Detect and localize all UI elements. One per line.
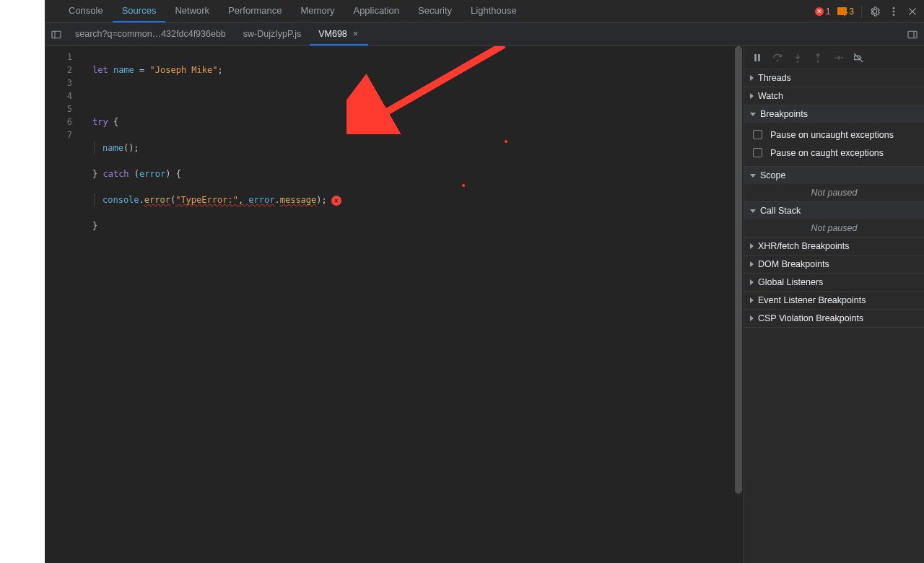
warning-icon: [837, 7, 847, 15]
section-breakpoints[interactable]: Breakpoints: [744, 105, 924, 123]
checkbox-label: Pause on uncaught exceptions: [770, 130, 894, 140]
tab-lighthouse[interactable]: Lighthouse: [461, 0, 526, 22]
svg-point-2: [893, 14, 894, 15]
error-icon: ✕: [815, 7, 824, 16]
section-dom-breakpoints[interactable]: DOM Breakpoints: [744, 256, 924, 273]
section-label: Event Listener Breakpoints: [758, 295, 866, 305]
checkbox-pause-uncaught[interactable]: Pause on uncaught exceptions: [750, 126, 918, 144]
step-over-icon[interactable]: [772, 52, 783, 64]
svg-point-11: [797, 61, 798, 62]
section-csp-violation-breakpoints[interactable]: CSP Violation Breakpoints: [744, 310, 924, 327]
warning-count-badge[interactable]: 3: [837, 6, 854, 17]
section-label: Threads: [758, 73, 791, 83]
section-label: CSP Violation Breakpoints: [758, 313, 863, 323]
section-label: XHR/fetch Breakpoints: [758, 241, 849, 251]
section-call-stack[interactable]: Call Stack: [744, 202, 924, 219]
svg-rect-5: [908, 31, 917, 38]
tab-application[interactable]: Application: [344, 0, 409, 22]
section-scope[interactable]: Scope: [744, 167, 924, 184]
svg-point-13: [841, 57, 842, 58]
pause-icon[interactable]: [751, 52, 763, 64]
chevron-right-icon: [750, 261, 754, 267]
code-editor[interactable]: 1234567 let name = "Joseph Mike"; try { …: [45, 46, 744, 563]
tab-console[interactable]: Console: [59, 0, 113, 22]
section-event-listener-breakpoints[interactable]: Event Listener Breakpoints: [744, 292, 924, 309]
svg-point-0: [893, 7, 894, 9]
tab-sources[interactable]: Sources: [113, 0, 166, 22]
toggle-navigator-icon[interactable]: [51, 29, 62, 40]
svg-rect-8: [755, 54, 757, 61]
callstack-empty-text: Not paused: [744, 219, 924, 237]
file-tab-label: sw-DujzIypP.js: [243, 29, 301, 39]
chevron-right-icon: [750, 93, 754, 99]
toolbar-divider: [861, 5, 862, 18]
tab-performance[interactable]: Performance: [219, 0, 291, 22]
chevron-right-icon: [750, 315, 754, 321]
vertical-scrollbar[interactable]: [733, 46, 744, 563]
svg-line-7: [375, 46, 504, 118]
file-tab-1[interactable]: sw-DujzIypP.js: [235, 23, 310, 45]
scrollbar-thumb[interactable]: [735, 46, 742, 494]
error-marker-icon[interactable]: ✕: [331, 196, 341, 206]
section-global-listeners[interactable]: Global Listeners: [744, 274, 924, 291]
file-tabs-bar: search?q=common…432fdc4f936ebb sw-DujzIy…: [45, 23, 924, 46]
step-into-icon[interactable]: [792, 52, 803, 64]
chevron-right-icon: [750, 297, 754, 303]
tab-memory[interactable]: Memory: [292, 0, 344, 22]
main-toolbar: Console Sources Network Performance Memo…: [45, 0, 924, 23]
svg-point-1: [893, 10, 894, 12]
gear-icon[interactable]: [869, 6, 881, 17]
toggle-debugger-icon[interactable]: [907, 29, 918, 40]
svg-point-12: [817, 61, 819, 62]
checkbox-input[interactable]: [753, 130, 762, 139]
file-tab-0[interactable]: search?q=common…432fdc4f936ebb: [66, 23, 235, 45]
section-watch[interactable]: Watch: [744, 87, 924, 105]
section-xhr-breakpoints[interactable]: XHR/fetch Breakpoints: [744, 237, 924, 255]
chevron-down-icon: [750, 209, 756, 213]
step-icon[interactable]: [832, 52, 844, 64]
checkbox-label: Pause on caught exceptions: [770, 148, 884, 158]
page-left-margin: [0, 0, 45, 563]
close-tab-icon[interactable]: ×: [352, 28, 360, 39]
file-tab-2[interactable]: VM698 ×: [310, 23, 368, 45]
warning-count: 3: [849, 6, 854, 17]
section-label: Watch: [758, 91, 783, 101]
code-content[interactable]: let name = "Joseph Mike"; try { name(); …: [79, 46, 733, 563]
tab-security[interactable]: Security: [409, 0, 461, 22]
annotation-dot: [505, 140, 507, 143]
chevron-down-icon: [750, 174, 756, 178]
chevron-down-icon: [750, 113, 756, 116]
debugger-panel: Threads Watch Breakpoints Pause on uncau…: [744, 46, 924, 563]
checkbox-pause-caught[interactable]: Pause on caught exceptions: [750, 144, 918, 162]
step-out-icon[interactable]: [812, 52, 824, 64]
panel-tabs: Console Sources Network Performance Memo…: [59, 0, 526, 22]
debugger-toolbar: [744, 46, 924, 69]
section-label: Scope: [760, 170, 785, 180]
svg-rect-3: [52, 31, 61, 38]
checkbox-input[interactable]: [753, 148, 762, 157]
line-number-gutter: 1234567: [45, 46, 79, 563]
annotation-dot: [462, 184, 465, 187]
scope-empty-text: Not paused: [744, 184, 924, 201]
section-label: Breakpoints: [760, 109, 808, 119]
kebab-menu-icon[interactable]: [888, 6, 899, 17]
tab-network[interactable]: Network: [165, 0, 219, 22]
svg-point-10: [777, 60, 778, 61]
file-tab-label: VM698: [318, 29, 347, 39]
section-label: Global Listeners: [758, 277, 823, 287]
chevron-right-icon: [750, 279, 754, 285]
svg-rect-9: [758, 54, 759, 61]
chevron-right-icon: [750, 75, 754, 81]
file-tab-label: search?q=common…432fdc4f936ebb: [75, 29, 226, 39]
error-count-badge[interactable]: ✕ 1: [815, 6, 831, 17]
section-label: DOM Breakpoints: [758, 259, 829, 269]
section-label: Call Stack: [760, 206, 801, 216]
close-icon[interactable]: [907, 6, 918, 17]
deactivate-breakpoints-icon[interactable]: [853, 52, 864, 64]
chevron-right-icon: [750, 243, 754, 249]
section-threads[interactable]: Threads: [744, 69, 924, 87]
error-count: 1: [826, 6, 831, 17]
devtools-window: Console Sources Network Performance Memo…: [45, 0, 924, 563]
